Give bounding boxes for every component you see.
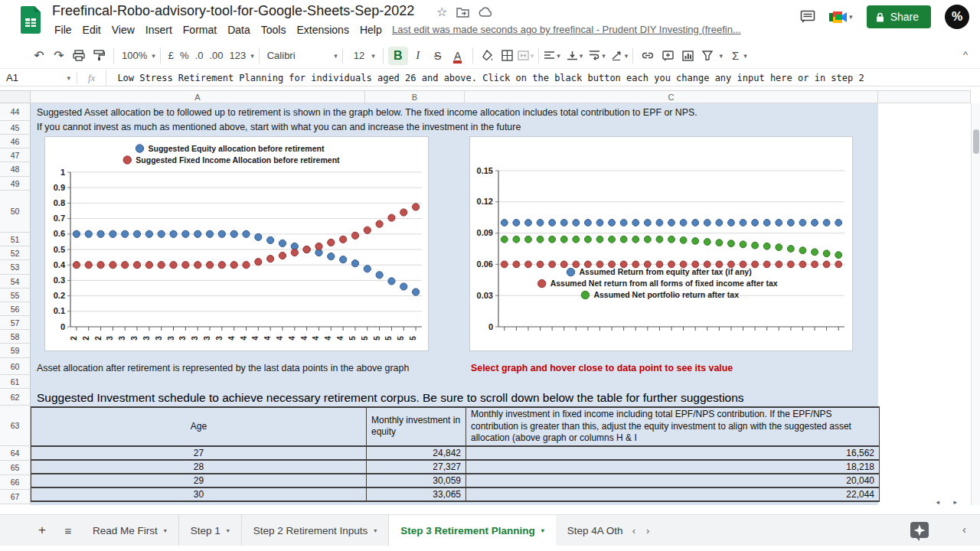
meet-button[interactable]: ▾ <box>829 10 853 24</box>
table-cell[interactable]: 24,842 <box>367 446 466 460</box>
text-wrap-button[interactable]: ▾ <box>589 51 606 60</box>
row-header-66[interactable]: 66 <box>0 475 31 490</box>
cell-a44[interactable]: Suggested Asset allocation be to followe… <box>37 107 697 118</box>
scroll-tabs-left-icon[interactable]: ‹ <box>632 525 635 536</box>
horizontal-align-button[interactable]: ▾ <box>544 51 560 60</box>
format-percent-button[interactable]: % <box>177 50 192 61</box>
print-icon[interactable] <box>69 46 89 66</box>
cloud-status-icon[interactable] <box>479 7 493 18</box>
row-header-55[interactable]: 55 <box>0 289 31 302</box>
tab-dropdown-icon[interactable]: ▾ <box>164 527 167 534</box>
row-header-52[interactable]: 52 <box>0 246 31 260</box>
row-header-48[interactable]: 48 <box>0 162 31 177</box>
vertical-scrollbar[interactable] <box>971 103 980 505</box>
menu-edit[interactable]: Edit <box>77 22 106 37</box>
increase-decimal-button[interactable]: .00 <box>206 50 226 61</box>
star-icon[interactable]: ☆ <box>436 5 447 19</box>
show-side-panel-button[interactable]: ‹ <box>962 523 966 536</box>
sheets-logo-icon[interactable] <box>21 6 41 34</box>
meet-dropdown-icon[interactable]: ▾ <box>849 13 853 21</box>
profile-avatar[interactable]: % <box>945 5 969 29</box>
italic-button[interactable]: I <box>408 46 428 66</box>
column-header-d[interactable] <box>878 90 971 103</box>
tab-dropdown-icon[interactable]: ▾ <box>374 527 377 534</box>
table-cell[interactable]: 30,059 <box>367 474 466 487</box>
document-title[interactable]: Freefincal-Robo-advisory-tool-for-Google… <box>52 3 414 19</box>
more-formats-button[interactable]: 123▾ <box>227 50 254 61</box>
row-header-51[interactable]: 51 <box>0 233 31 246</box>
tab-step-3-retirement-planning[interactable]: Step 3 Retirement Planning▾ <box>389 515 556 546</box>
row-header-61[interactable]: 61 <box>0 375 31 389</box>
last-edit-link[interactable]: Last edit was made seconds ago by freefi… <box>392 24 752 35</box>
undo-button[interactable]: ↶ <box>29 46 49 66</box>
menu-tools[interactable]: Tools <box>256 22 292 37</box>
row-header-67[interactable]: 67 <box>0 490 31 504</box>
table-header-fixed-income[interactable]: Monthly investment in fixed income inclu… <box>466 407 880 446</box>
returns-chart[interactable]: 0.150.120.090.060.030Assumed Return from… <box>469 136 853 351</box>
table-cell[interactable]: 33,065 <box>367 487 466 501</box>
asset-allocation-chart[interactable]: 10.90.80.70.60.50.40.30.20.1022233333333… <box>44 136 429 351</box>
formula-input[interactable]: Low Stress Retirement Planning for indiv… <box>106 70 980 86</box>
row-header-49[interactable]: 49 <box>0 177 31 191</box>
strikethrough-button[interactable]: S <box>428 46 448 66</box>
comment-history-icon[interactable] <box>800 10 815 24</box>
table-cell[interactable]: 27 <box>31 446 367 460</box>
font-size-select[interactable]: 12▾ <box>348 50 378 61</box>
zoom-select[interactable]: 100%▾ <box>119 50 155 61</box>
format-currency-button[interactable]: £ <box>165 50 177 61</box>
table-cell[interactable]: 27,327 <box>367 460 466 474</box>
menu-view[interactable]: View <box>106 22 140 37</box>
column-header-A[interactable]: A <box>31 90 365 103</box>
row-header-65[interactable]: 65 <box>0 461 31 475</box>
menu-extensions[interactable]: Extensions <box>291 22 354 37</box>
cell-a45[interactable]: If you cannot invest as much as mentione… <box>37 122 521 132</box>
table-cell[interactable]: 30 <box>31 487 367 501</box>
row-header-44[interactable]: 44 <box>0 103 31 121</box>
insert-comment-icon[interactable] <box>658 46 678 66</box>
column-header-C[interactable]: C <box>465 90 878 103</box>
move-folder-icon[interactable] <box>456 7 469 18</box>
column-header-B[interactable]: B <box>365 90 465 103</box>
insert-chart-icon[interactable] <box>678 46 697 66</box>
row-header-60[interactable]: 60 <box>0 358 31 375</box>
table-cell[interactable]: 29 <box>31 474 367 487</box>
insert-link-icon[interactable] <box>638 46 658 66</box>
row-header-63[interactable]: 63 <box>0 406 31 446</box>
row-header-50[interactable]: 50 <box>0 191 31 233</box>
font-select[interactable]: Calibri▾ <box>264 50 338 61</box>
menu-file[interactable]: File <box>49 22 77 37</box>
tab-step-4a-oth[interactable]: Step 4A Oth <box>556 515 623 546</box>
vertical-scrollbar-thumb[interactable] <box>973 129 979 154</box>
menu-insert[interactable]: Insert <box>140 22 178 37</box>
menu-help[interactable]: Help <box>354 22 387 37</box>
namebox-dropdown-icon[interactable]: ▾ <box>67 74 70 82</box>
decrease-decimal-button[interactable]: .0 <box>192 50 207 61</box>
name-box[interactable]: A1▾ <box>0 72 77 83</box>
cell-a60[interactable]: Asset allocation after retirement is rep… <box>37 363 409 373</box>
add-sheet-button[interactable]: + <box>29 515 55 546</box>
row-header-47[interactable]: 47 <box>0 148 31 162</box>
tab-dropdown-icon[interactable]: ▾ <box>227 527 230 534</box>
tab-read-me-first[interactable]: Read Me First▾ <box>81 515 179 546</box>
all-sheets-button[interactable]: ≡ <box>55 515 81 546</box>
row-header-58[interactable]: 58 <box>0 330 31 344</box>
redo-button[interactable]: ↷ <box>49 46 69 66</box>
table-cell[interactable]: 18,218 <box>466 460 880 474</box>
share-button[interactable]: Share <box>867 5 931 28</box>
table-cell[interactable]: 22,044 <box>466 487 880 501</box>
row-header-57[interactable]: 57 <box>0 316 31 330</box>
row-header-56[interactable]: 56 <box>0 302 31 316</box>
fill-color-icon[interactable] <box>478 46 498 66</box>
tab-dropdown-icon[interactable]: ▾ <box>541 527 544 534</box>
row-header-64[interactable]: 64 <box>0 446 31 461</box>
table-cell[interactable]: 16,562 <box>466 446 880 460</box>
vertical-align-button[interactable]: ▾ <box>567 51 583 60</box>
functions-button[interactable]: Σ▾ <box>729 49 747 62</box>
bold-button[interactable]: B <box>388 47 408 65</box>
horizontal-scroll-arrows[interactable]: ◂ ▸ <box>936 498 963 506</box>
table-cell[interactable]: 20,040 <box>466 474 880 487</box>
text-color-button[interactable]: A <box>448 46 468 66</box>
explore-button[interactable] <box>910 521 929 541</box>
row-header-46[interactable]: 46 <box>0 135 31 148</box>
cell-a62[interactable]: Suggested Investment schedule to achieve… <box>37 391 744 405</box>
